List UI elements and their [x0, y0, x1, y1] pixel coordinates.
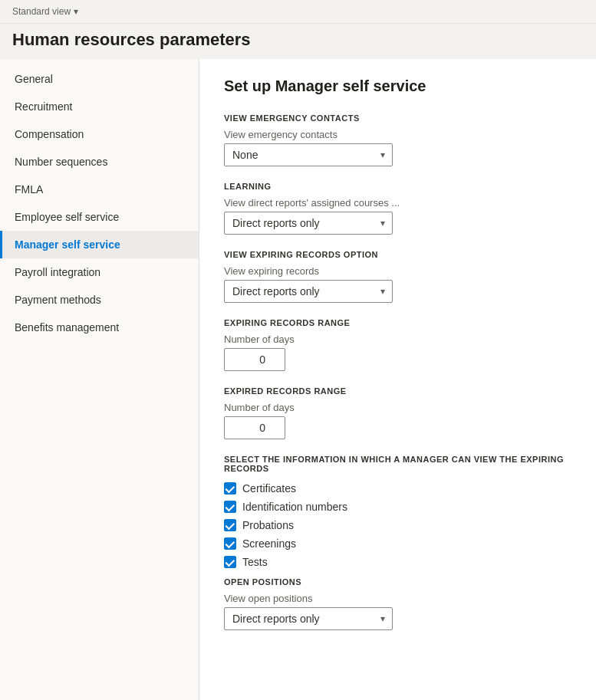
- learning-dropdown-container: None Direct reports only All reports ▾: [224, 212, 393, 235]
- select-information-label-upper: SELECT THE INFORMATION IN WHICH A MANAGE…: [224, 455, 571, 473]
- page-title: Human resources parameters: [0, 24, 596, 59]
- checkbox-certificates-label: Certificates: [242, 482, 296, 495]
- open-positions-group: OPEN POSITIONS View open positions None …: [224, 577, 571, 630]
- checkbox-identification-numbers-group: Identification numbers: [224, 501, 571, 513]
- view-emergency-contacts-group: VIEW EMERGENCY CONTACTS View emergency c…: [224, 113, 571, 166]
- expiring-records-range-label: Number of days: [224, 334, 571, 345]
- learning-group: LEARNING View direct reports' assigned c…: [224, 182, 571, 235]
- standard-view-dropdown[interactable]: Standard view ▾: [12, 6, 584, 17]
- checkbox-certificates[interactable]: [224, 482, 236, 495]
- view-emergency-contacts-select[interactable]: None Direct reports only All reports: [224, 143, 393, 166]
- checkbox-screenings[interactable]: [224, 537, 236, 550]
- checkbox-screenings-group: Screenings: [224, 537, 571, 550]
- section-title: Set up Manager self service: [224, 77, 571, 95]
- sidebar-item-label: General: [15, 73, 53, 85]
- sidebar-item-compensation[interactable]: Compensation: [0, 120, 199, 148]
- open-positions-label-upper: OPEN POSITIONS: [224, 577, 571, 587]
- checkbox-identification-numbers-label: Identification numbers: [242, 501, 347, 513]
- view-emergency-contacts-label: View emergency contacts: [224, 129, 571, 140]
- open-positions-select[interactable]: None Direct reports only All reports: [224, 607, 393, 630]
- sidebar: General Recruitment Compensation Number …: [0, 59, 199, 700]
- checkbox-probations[interactable]: [224, 519, 236, 531]
- sidebar-item-benefits-management[interactable]: Benefits management: [0, 314, 199, 341]
- sidebar-item-label: Benefits management: [15, 321, 119, 334]
- checkbox-screenings-label: Screenings: [242, 537, 296, 550]
- expired-records-range-label: Number of days: [224, 402, 571, 413]
- sidebar-item-payroll-integration[interactable]: Payroll integration: [0, 258, 199, 286]
- checkbox-probations-group: Probations: [224, 519, 571, 531]
- sidebar-item-payment-methods[interactable]: Payment methods: [0, 286, 199, 314]
- checkbox-tests-label: Tests: [242, 556, 268, 568]
- checkbox-probations-label: Probations: [242, 519, 294, 531]
- sidebar-item-label: Compensation: [15, 128, 84, 140]
- standard-view-label: Standard view: [12, 6, 71, 17]
- learning-select[interactable]: None Direct reports only All reports: [224, 212, 393, 235]
- view-expiring-records-label: View expiring records: [224, 265, 571, 277]
- checkbox-certificates-group: Certificates: [224, 482, 571, 495]
- sidebar-item-fmla[interactable]: FMLA: [0, 176, 199, 203]
- sidebar-item-recruitment[interactable]: Recruitment: [0, 93, 199, 120]
- expiring-records-range-group: EXPIRING RECORDS RANGE Number of days: [224, 318, 571, 371]
- open-positions-label: View open positions: [224, 593, 571, 604]
- sidebar-item-label: Employee self service: [15, 211, 119, 223]
- view-expiring-records-dropdown-container: None Direct reports only All reports ▾: [224, 280, 393, 303]
- sidebar-item-label: Payroll integration: [15, 266, 100, 278]
- sidebar-item-label: Payment methods: [15, 294, 101, 306]
- open-positions-dropdown-container: None Direct reports only All reports ▾: [224, 607, 393, 630]
- learning-label: View direct reports' assigned courses ..…: [224, 197, 571, 209]
- content-area: Set up Manager self service VIEW EMERGEN…: [199, 59, 596, 700]
- expiring-records-range-input[interactable]: [224, 348, 285, 371]
- checkbox-tests-group: Tests: [224, 556, 571, 568]
- sidebar-item-general[interactable]: General: [0, 65, 199, 93]
- expiring-records-range-label-upper: EXPIRING RECORDS RANGE: [224, 318, 571, 327]
- view-emergency-contacts-dropdown-container: None Direct reports only All reports ▾: [224, 143, 393, 166]
- checkbox-tests[interactable]: [224, 556, 236, 568]
- sidebar-item-label: Manager self service: [15, 238, 120, 251]
- expired-records-range-group: EXPIRED RECORDS RANGE Number of days: [224, 386, 571, 439]
- select-information-group: SELECT THE INFORMATION IN WHICH A MANAGE…: [224, 455, 571, 568]
- chevron-down-icon: ▾: [74, 6, 78, 17]
- view-emergency-contacts-label-upper: VIEW EMERGENCY CONTACTS: [224, 113, 571, 123]
- expired-records-range-input[interactable]: [224, 416, 285, 439]
- sidebar-item-number-sequences[interactable]: Number sequences: [0, 148, 199, 176]
- view-expiring-records-label-upper: VIEW EXPIRING RECORDS OPTION: [224, 250, 571, 259]
- sidebar-item-label: Recruitment: [15, 100, 72, 113]
- expired-records-range-label-upper: EXPIRED RECORDS RANGE: [224, 386, 571, 396]
- sidebar-item-manager-self-service[interactable]: Manager self service: [0, 231, 199, 258]
- sidebar-item-label: Number sequences: [15, 156, 107, 168]
- checkbox-identification-numbers[interactable]: [224, 501, 236, 513]
- view-expiring-records-select[interactable]: None Direct reports only All reports: [224, 280, 393, 303]
- learning-label-upper: LEARNING: [224, 182, 571, 191]
- sidebar-item-employee-self-service[interactable]: Employee self service: [0, 203, 199, 231]
- sidebar-item-label: FMLA: [15, 183, 43, 196]
- view-expiring-records-group: VIEW EXPIRING RECORDS OPTION View expiri…: [224, 250, 571, 303]
